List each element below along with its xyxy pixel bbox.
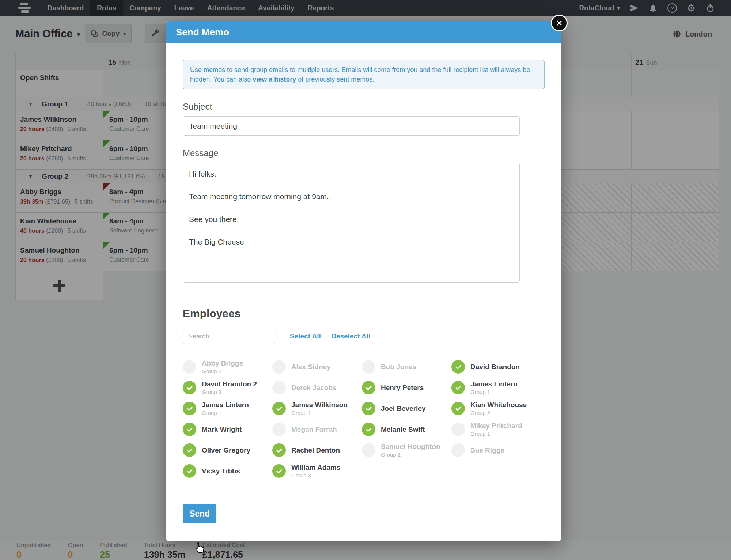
- employee-option-name: Sue Riggs: [470, 446, 504, 454]
- select-all-link[interactable]: Select All: [290, 332, 321, 340]
- employee-option-group: Group 2: [470, 410, 527, 416]
- employee-option[interactable]: James WilkinsonGroup 1: [272, 398, 362, 419]
- employee-option-name: Vicky Tibbs: [202, 467, 240, 475]
- employee-option[interactable]: Sue Riggs: [451, 440, 541, 461]
- close-icon: [556, 19, 563, 27]
- subject-input[interactable]: [183, 116, 520, 136]
- employee-option[interactable]: James LinternGroup 1: [451, 377, 541, 398]
- close-button[interactable]: [551, 15, 568, 31]
- checked-icon[interactable]: [362, 423, 375, 436]
- unchecked-icon[interactable]: [272, 381, 286, 394]
- employee-option-group: Group 2: [381, 451, 440, 458]
- send-memo-modal: Send Memo Use memos to send group emails…: [166, 21, 561, 541]
- send-button[interactable]: Send: [183, 504, 216, 523]
- checked-icon[interactable]: [272, 464, 286, 478]
- checked-icon[interactable]: [451, 360, 465, 374]
- employee-option-text: Samuel HoughtonGroup 2: [381, 443, 440, 458]
- employee-option[interactable]: Vicky Tibbs: [183, 461, 272, 481]
- employee-option[interactable]: Henry Peters: [362, 377, 451, 398]
- employee-option-name: James Lintern: [202, 401, 249, 409]
- employee-option-text: Joel Beverley: [381, 405, 426, 413]
- checked-icon[interactable]: [362, 381, 375, 394]
- employee-option-name: Oliver Gregory: [202, 446, 250, 454]
- checked-icon[interactable]: [362, 402, 375, 415]
- employee-option[interactable]: Kian WhitehouseGroup 2: [451, 398, 541, 419]
- employee-option-text: Melanie Swift: [381, 425, 425, 434]
- checked-icon[interactable]: [183, 464, 196, 478]
- mouse-cursor-icon: [193, 542, 205, 554]
- employee-option[interactable]: James LinternGroup 1: [183, 398, 272, 419]
- employee-option-group: Group 1: [202, 410, 249, 416]
- employee-option-group: Group 1: [291, 410, 348, 416]
- employee-option-text: Alex Sidney: [291, 363, 331, 371]
- employee-option-name: David Brandon 2: [202, 380, 257, 388]
- employee-option-name: Melanie Swift: [381, 425, 425, 434]
- employee-option-group: Group 3: [202, 389, 257, 395]
- employee-option-name: Joel Beverley: [381, 405, 426, 413]
- checked-icon[interactable]: [451, 381, 465, 394]
- employee-option-name: Megan Farrah: [291, 425, 337, 434]
- modal-header: Send Memo: [166, 21, 561, 43]
- employee-option[interactable]: Mikey PritchardGroup 1: [451, 419, 541, 440]
- employee-option-text: Rachel Denton: [291, 446, 340, 454]
- employee-option[interactable]: Derek Jacobs: [272, 377, 362, 398]
- message-input[interactable]: Hi folks, Team meeting tomorrow morning …: [183, 163, 520, 283]
- checked-icon[interactable]: [183, 423, 196, 436]
- employee-option[interactable]: David Brandon 2Group 3: [183, 377, 272, 398]
- view-history-link[interactable]: view a history: [253, 76, 296, 83]
- employee-option-name: Derek Jacobs: [291, 384, 337, 392]
- employee-option[interactable]: William AdamsGroup 3: [272, 461, 362, 481]
- unchecked-icon[interactable]: [362, 360, 375, 374]
- employee-option-text: Vicky Tibbs: [202, 467, 240, 475]
- employee-option-group: Group 1: [470, 431, 522, 437]
- employee-option-text: James LinternGroup 1: [470, 380, 518, 395]
- employee-option-name: William Adams: [291, 463, 340, 472]
- unchecked-icon[interactable]: [183, 360, 196, 374]
- employee-option-text: Henry Peters: [381, 384, 424, 392]
- checked-icon[interactable]: [451, 402, 465, 415]
- employee-option[interactable]: Oliver Gregory: [183, 440, 272, 461]
- employee-option-text: William AdamsGroup 3: [291, 463, 340, 478]
- employee-option-text: James WilkinsonGroup 1: [291, 401, 348, 416]
- employee-option-text: Oliver Gregory: [202, 446, 250, 454]
- employee-option[interactable]: Joel Beverley: [362, 398, 451, 419]
- employee-option[interactable]: Melanie Swift: [362, 419, 451, 440]
- employee-option-text: Megan Farrah: [291, 425, 337, 434]
- checked-icon[interactable]: [183, 443, 196, 457]
- checked-icon[interactable]: [272, 443, 286, 457]
- employee-search-input[interactable]: [183, 329, 276, 344]
- unchecked-icon[interactable]: [451, 423, 465, 436]
- employee-option[interactable]: Rachel Denton: [272, 440, 362, 461]
- modal-body: Use memos to send group emails to multip…: [166, 60, 561, 558]
- employee-option-text: Abby BriggsGroup 2: [202, 359, 243, 374]
- employee-option-name: James Lintern: [470, 380, 518, 388]
- employee-option-text: Mark Wright: [202, 425, 242, 434]
- employee-option[interactable]: David Brandon: [451, 356, 541, 377]
- employee-option-group: Group 3: [291, 472, 340, 478]
- checked-icon[interactable]: [183, 402, 196, 415]
- employee-option[interactable]: Mark Wright: [183, 419, 272, 440]
- unchecked-icon[interactable]: [272, 423, 286, 436]
- memo-info-box: Use memos to send group emails to multip…: [183, 60, 545, 89]
- dot-separator: ·: [325, 332, 327, 340]
- employee-option-name: Samuel Houghton: [381, 443, 440, 451]
- employee-option[interactable]: Bob Jones: [362, 356, 451, 377]
- employee-option-text: Sue Riggs: [470, 446, 504, 454]
- unchecked-icon[interactable]: [362, 443, 375, 457]
- employee-option-text: Kian WhitehouseGroup 2: [470, 401, 527, 416]
- checked-icon[interactable]: [183, 381, 196, 394]
- employee-option-name: Kian Whitehouse: [470, 401, 527, 409]
- subject-label: Subject: [183, 102, 545, 112]
- deselect-all-link[interactable]: Deselect All: [331, 332, 370, 340]
- employee-option[interactable]: Megan Farrah: [272, 419, 362, 440]
- unchecked-icon[interactable]: [451, 443, 465, 457]
- employee-option-group: Group 1: [470, 389, 518, 395]
- unchecked-icon[interactable]: [272, 360, 286, 374]
- employee-option[interactable]: Abby BriggsGroup 2: [183, 356, 272, 377]
- employee-option[interactable]: Samuel HoughtonGroup 2: [362, 440, 451, 461]
- employee-option-name: Abby Briggs: [202, 359, 243, 367]
- checked-icon[interactable]: [272, 402, 286, 415]
- employee-option-name: Bob Jones: [381, 363, 416, 371]
- employee-option-name: David Brandon: [470, 363, 520, 371]
- employee-option[interactable]: Alex Sidney: [272, 356, 362, 377]
